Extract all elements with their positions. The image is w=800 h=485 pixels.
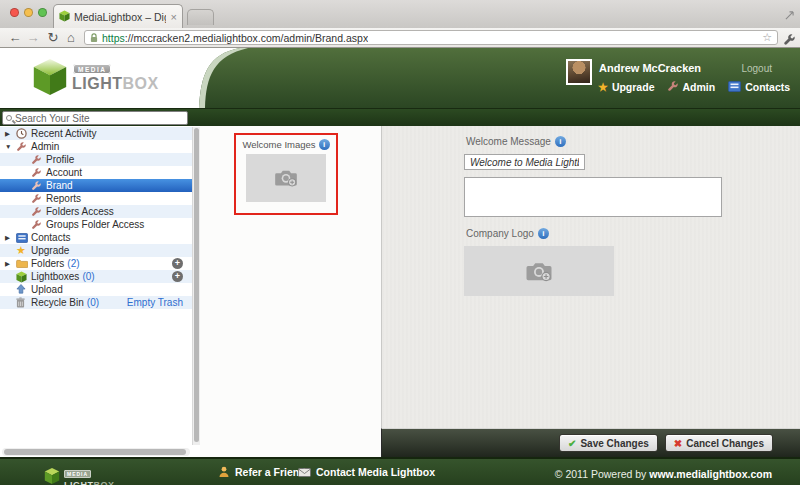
site-search-strip bbox=[0, 108, 800, 126]
mail-icon bbox=[298, 468, 311, 477]
chevron-right-icon[interactable]: ▶ bbox=[5, 130, 16, 138]
user-name: Andrew McCracken bbox=[599, 62, 701, 74]
sidebar-item-groups-folder-access[interactable]: Groups Folder Access bbox=[0, 218, 192, 231]
browser-toolbar: ← → ↻ ⌂ https://mccracken2.medialightbox… bbox=[0, 28, 800, 48]
sidebar-item-reports[interactable]: Reports bbox=[0, 192, 192, 205]
window-resize-icon[interactable] bbox=[785, 6, 794, 24]
add-folder-icon[interactable]: + bbox=[172, 258, 183, 269]
camera-add-icon bbox=[273, 168, 299, 188]
star-icon: ★ bbox=[598, 81, 608, 94]
header-nav: ★Upgrade Admin Contacts ?Help bbox=[598, 80, 800, 94]
scrollbar-thumb[interactable] bbox=[4, 449, 186, 455]
site-footer: MEDIA LIGHTBOX Refer a Friend Contact Me… bbox=[0, 457, 800, 485]
brand-cube-icon bbox=[32, 57, 68, 101]
sidebar-item-profile[interactable]: Profile bbox=[0, 153, 192, 166]
welcome-images-upload-placeholder[interactable] bbox=[246, 154, 326, 202]
welcome-images-panel: Welcome Images i bbox=[200, 126, 381, 457]
copyright: © 2011 Powered by www.medialightbox.com bbox=[555, 468, 772, 480]
welcome-message-textarea[interactable] bbox=[464, 177, 722, 217]
brand-media-badge: MEDIA bbox=[73, 64, 111, 74]
wrench-icon bbox=[31, 168, 46, 178]
chevron-down-icon[interactable]: ▼ bbox=[5, 143, 16, 150]
close-window-button[interactable] bbox=[10, 8, 19, 17]
nav-upgrade[interactable]: ★Upgrade bbox=[598, 81, 654, 94]
info-icon[interactable]: i bbox=[538, 228, 549, 239]
wrench-icon bbox=[31, 207, 46, 217]
contacts-book-icon bbox=[16, 233, 31, 243]
sidebar-item-admin[interactable]: ▼ Admin bbox=[0, 140, 192, 153]
sidebar-item-lightboxes[interactable]: Lightboxes (0) + bbox=[0, 270, 192, 283]
browser-tab[interactable]: MediaLightbox – Digital Med × bbox=[53, 4, 183, 28]
x-icon: ✖ bbox=[674, 438, 682, 449]
brand-cube-icon bbox=[44, 467, 60, 485]
search-icon bbox=[6, 115, 12, 121]
wrench-icon bbox=[31, 155, 46, 165]
chevron-right-icon[interactable]: ▶ bbox=[5, 260, 16, 268]
sidebar-item-recycle-bin[interactable]: Recycle Bin (0) Empty Trash bbox=[0, 296, 192, 309]
star-icon: ★ bbox=[16, 244, 31, 257]
wrench-icon bbox=[31, 220, 46, 230]
upload-arrow-icon bbox=[16, 284, 31, 295]
logout-link[interactable]: Logout bbox=[741, 63, 772, 74]
sidebar-item-brand[interactable]: Brand bbox=[0, 179, 192, 192]
forward-button[interactable]: → bbox=[24, 28, 42, 47]
zoom-window-button[interactable] bbox=[38, 8, 47, 17]
sidebar-item-upgrade[interactable]: ★ Upgrade bbox=[0, 244, 192, 257]
company-logo-upload-placeholder[interactable] bbox=[464, 246, 614, 296]
minimize-window-button[interactable] bbox=[24, 8, 33, 17]
trash-icon bbox=[16, 297, 31, 308]
contacts-book-icon bbox=[728, 81, 741, 94]
company-logo-label: Company Logo i bbox=[466, 228, 549, 239]
new-tab-button[interactable] bbox=[187, 9, 214, 25]
add-lightbox-icon[interactable]: + bbox=[172, 271, 183, 282]
address-bar[interactable]: https://mccracken2.medialightbox.com/adm… bbox=[84, 30, 778, 45]
lightbox-cube-icon bbox=[16, 271, 31, 283]
wrench-icon bbox=[667, 81, 678, 94]
sidebar-item-recent-activity[interactable]: ▶ Recent Activity bbox=[0, 127, 192, 140]
sidebar: ▶ Recent Activity ▼ Admin Profile Accoun… bbox=[0, 126, 200, 457]
footer-site-link[interactable]: www.medialightbox.com bbox=[649, 468, 772, 480]
bookmark-star-icon[interactable]: ☆ bbox=[762, 31, 772, 44]
url-scheme: https bbox=[102, 32, 125, 44]
favicon-cube-icon bbox=[59, 8, 70, 26]
home-button[interactable]: ⌂ bbox=[62, 28, 80, 47]
sidebar-item-upload[interactable]: Upload bbox=[0, 283, 192, 296]
chevron-right-icon[interactable]: ▶ bbox=[5, 234, 16, 242]
nav-contacts[interactable]: Contacts bbox=[728, 81, 790, 94]
clock-icon bbox=[16, 128, 31, 139]
scrollbar-thumb[interactable] bbox=[194, 128, 199, 442]
nav-admin[interactable]: Admin bbox=[667, 81, 715, 94]
url-path: ://mccracken2.medialightbox.com/admin/Br… bbox=[125, 32, 368, 44]
page-content: ▶ Recent Activity ▼ Admin Profile Accoun… bbox=[0, 126, 800, 457]
browser-window: MediaLightbox – Digital Med × ← → ↻ ⌂ ht… bbox=[0, 0, 800, 485]
sidebar-vertical-scrollbar[interactable] bbox=[192, 127, 200, 445]
reload-button[interactable]: ↻ bbox=[44, 28, 62, 47]
sidebar-item-account[interactable]: Account bbox=[0, 166, 192, 179]
tab-close-icon[interactable]: × bbox=[171, 11, 177, 23]
contact-link[interactable]: Contact Media Lightbox bbox=[298, 466, 435, 478]
sidebar-horizontal-scrollbar[interactable] bbox=[2, 448, 190, 456]
save-changes-button[interactable]: ✔ Save Changes bbox=[559, 434, 658, 452]
welcome-message-input[interactable] bbox=[464, 154, 585, 170]
welcome-images-label: Welcome Images bbox=[242, 139, 315, 150]
info-icon[interactable]: i bbox=[319, 139, 330, 150]
back-button[interactable]: ← bbox=[6, 28, 24, 47]
cancel-changes-button[interactable]: ✖ Cancel Changes bbox=[665, 434, 773, 452]
action-bar: ✔ Save Changes ✖ Cancel Changes bbox=[381, 428, 800, 457]
check-icon: ✔ bbox=[568, 438, 576, 449]
avatar[interactable] bbox=[566, 59, 592, 85]
site-search-box[interactable] bbox=[2, 111, 188, 125]
site-header: MEDIA LIGHTBOX Andrew McCracken Logout ★… bbox=[0, 48, 800, 108]
welcome-images-highlight-box: Welcome Images i bbox=[234, 133, 338, 215]
search-input[interactable] bbox=[15, 113, 175, 124]
sidebar-item-contacts[interactable]: ▶ Contacts bbox=[0, 231, 192, 244]
tab-title: MediaLightbox – Digital Med bbox=[74, 11, 166, 23]
sidebar-item-folders[interactable]: ▶ Folders (2) + bbox=[0, 257, 192, 270]
refer-a-friend-link[interactable]: Refer a Friend bbox=[218, 466, 306, 478]
info-icon[interactable]: i bbox=[555, 136, 566, 147]
empty-trash-link[interactable]: Empty Trash bbox=[127, 297, 183, 308]
wrench-icon bbox=[16, 142, 31, 152]
footer-brand: MEDIA LIGHTBOX bbox=[44, 462, 115, 485]
sidebar-item-folders-access[interactable]: Folders Access bbox=[0, 205, 192, 218]
lock-icon bbox=[90, 29, 98, 47]
